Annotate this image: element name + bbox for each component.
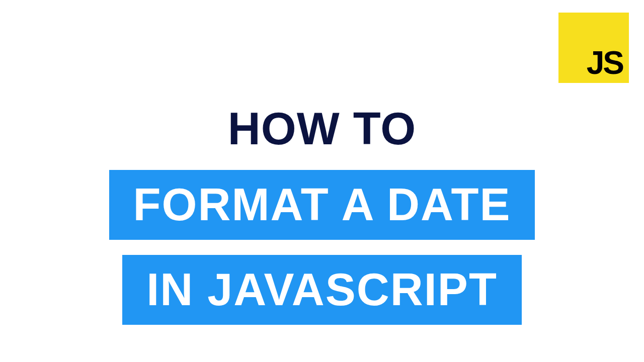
js-logo-text: JS bbox=[587, 47, 623, 79]
title-line-javascript: IN JAVASCRIPT bbox=[122, 255, 522, 325]
js-logo: JS bbox=[558, 13, 629, 83]
title-line-how-to: HOW TO bbox=[228, 103, 416, 155]
title-container: HOW TO FORMAT A DATE IN JAVASCRIPT bbox=[0, 103, 644, 325]
title-line-format-date: FORMAT A DATE bbox=[109, 170, 535, 240]
